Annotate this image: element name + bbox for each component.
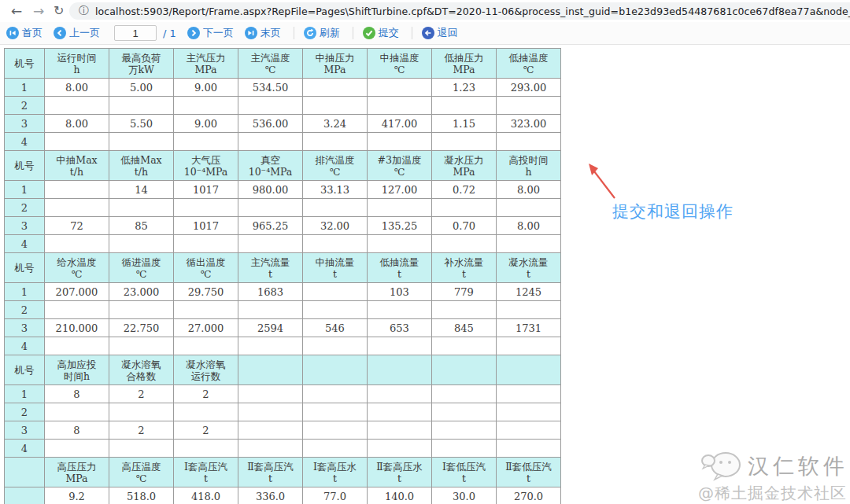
column-header: 凝水压力MPa (432, 151, 497, 181)
data-cell: 5.50 (109, 115, 174, 133)
column-header: 高加应投时间h (45, 355, 109, 385)
data-cell (432, 199, 497, 217)
browser-reload-icon[interactable]: ↻ (54, 1, 64, 21)
data-cell: 2 (174, 421, 238, 440)
row-id-cell: 4 (5, 235, 45, 253)
column-header: 低抽压力MPa (432, 49, 497, 79)
data-cell (368, 79, 432, 97)
data-cell (303, 199, 368, 217)
data-cell (45, 97, 109, 115)
data-cell (368, 301, 432, 319)
column-header: 低抽Maxt/h (109, 151, 174, 181)
column-header: #3加温度℃ (368, 151, 432, 181)
data-cell: 135.25 (368, 217, 432, 235)
data-cell: 536.00 (238, 115, 303, 133)
table-row: 38.005.509.00536.003.24417.001.15323.00 (5, 115, 561, 133)
row-id-cell: 2 (5, 199, 45, 217)
data-cell (497, 199, 561, 217)
data-cell (497, 97, 561, 115)
column-header (303, 355, 368, 385)
column-header: 真空10⁻⁴MPa (238, 151, 303, 181)
data-cell (497, 421, 561, 440)
data-cell: 546 (303, 319, 368, 337)
data-cell (174, 403, 238, 421)
data-cell: 14 (109, 181, 174, 199)
browser-forward-icon[interactable]: → (33, 1, 44, 21)
data-cell: 1017 (174, 181, 238, 199)
data-cell: 2 (109, 421, 174, 440)
data-cell (174, 133, 238, 151)
refresh-button[interactable]: 刷新 (304, 26, 340, 40)
return-label: 退回 (438, 26, 458, 40)
toolbar-divider (353, 27, 353, 39)
last-page-button[interactable]: 末页 (245, 26, 281, 40)
data-cell: 140.0 (368, 487, 432, 504)
column-header: 凝水流量t (497, 253, 561, 283)
report-table: 机号运行时间h最高负荷万kW主汽压力MPa主汽温度℃中抽压力MPa中抽温度℃低抽… (4, 48, 561, 151)
data-cell: 8.00 (45, 79, 109, 97)
data-cell: 845 (432, 319, 497, 337)
column-header: 主汽压力MPa (174, 49, 238, 79)
data-cell: 8.00 (497, 217, 561, 235)
header-row: 机号高加应投时间h凝水溶氧合格数凝水溶氧运行数 (5, 355, 561, 385)
data-cell (238, 133, 303, 151)
data-cell (45, 337, 109, 355)
data-cell: 9.00 (174, 115, 238, 133)
data-cell: 653 (368, 319, 432, 337)
submit-button[interactable]: 提交 (363, 26, 399, 40)
data-cell: 23.000 (109, 283, 174, 301)
data-cell (109, 133, 174, 151)
column-header: 凝水溶氧运行数 (174, 355, 238, 385)
data-cell: 336.0 (238, 487, 303, 504)
watermark-community: @稀土掘金技术社区 (698, 483, 847, 504)
next-page-button[interactable]: 下一页 (187, 26, 234, 40)
data-cell (238, 199, 303, 217)
data-cell (368, 421, 432, 440)
data-cell: 5.00 (109, 79, 174, 97)
data-cell (432, 235, 497, 253)
header-row: 机号给水温度℃循进温度℃循出温度℃主汽流量t中抽流量t低抽流量t补水流量t凝水流… (5, 253, 561, 283)
data-cell (497, 403, 561, 421)
column-header: Ⅰ套高压水t (303, 458, 368, 487)
browser-back-icon[interactable]: ← (11, 1, 22, 21)
data-cell: 417.00 (368, 115, 432, 133)
page-info-icon[interactable]: ⓘ (79, 4, 89, 18)
data-cell (497, 133, 561, 151)
refresh-label: 刷新 (320, 26, 340, 40)
data-cell (303, 283, 368, 301)
data-cell (174, 440, 238, 458)
column-header: Ⅱ套高压水t (368, 458, 432, 487)
data-cell: 270.0 (497, 487, 561, 504)
data-cell: 8 (45, 385, 109, 403)
data-cell (238, 301, 303, 319)
table-row: 2 (5, 97, 561, 115)
prev-page-button[interactable]: 上一页 (54, 26, 100, 40)
table-row: 3822 (5, 421, 561, 440)
arrow-left-circle-icon (422, 27, 434, 39)
data-cell (45, 440, 109, 458)
page-number-input[interactable] (114, 25, 157, 41)
column-header: 主汽流量t (238, 253, 303, 283)
data-cell: 85 (109, 217, 174, 235)
table-row: 9.2518.0418.0336.077.0140.030.0270.0 (5, 487, 561, 504)
return-button[interactable]: 退回 (422, 26, 458, 40)
row-id-cell (5, 487, 45, 504)
first-page-button[interactable]: 首页 (6, 26, 42, 40)
data-cell (109, 440, 174, 458)
column-header: 中抽Maxt/h (45, 151, 109, 181)
data-cell (45, 199, 109, 217)
data-cell (368, 235, 432, 253)
column-header: 排汽温度℃ (303, 151, 368, 181)
table-row: 1141017980.0033.13127.000.728.00 (5, 181, 561, 199)
prev-page-label: 上一页 (69, 26, 100, 40)
row-id-cell: 1 (5, 79, 45, 97)
data-cell: 77.0 (303, 487, 368, 504)
column-header: 高投时间h (497, 151, 561, 181)
url-bar[interactable]: ⓘ localhost:5903/Report/Frame.aspx?RepFi… (69, 2, 850, 20)
check-circle-icon (363, 27, 375, 39)
data-cell: 207.000 (45, 283, 109, 301)
table-row: 3210.00022.75027.00025945466538451731 (5, 319, 561, 337)
corner-cell: 机号 (5, 253, 45, 283)
data-cell (432, 337, 497, 355)
report-tables: 机号运行时间h最高负荷万kW主汽压力MPa主汽温度℃中抽压力MPa中抽温度℃低抽… (4, 49, 561, 504)
